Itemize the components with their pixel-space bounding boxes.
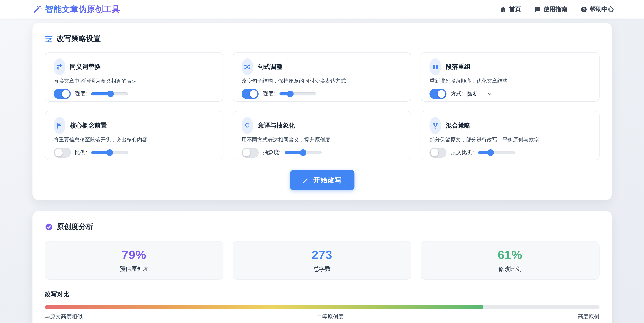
- scale-label-low: 与原文高度相似: [45, 313, 82, 320]
- strategy-card-synonym: 同义词替换 替换文章中的词语为意义相近的表达 强度:: [45, 52, 224, 102]
- rewrite-comparison: 改写对比 与原文高度相似 中等原创度 高度原创: [45, 291, 599, 320]
- svg-text:?: ?: [583, 7, 585, 11]
- nav-item-home[interactable]: 首页: [500, 5, 521, 13]
- strategy-title: 句式调整: [258, 63, 282, 71]
- magic-wand-icon: [33, 5, 42, 14]
- synonym-strength-slider[interactable]: [92, 91, 128, 97]
- strategy-title: 段落重组: [446, 63, 470, 71]
- strategy-title: 同义词替换: [70, 63, 101, 71]
- stat-value: 61%: [498, 248, 522, 262]
- concept-ratio-slider[interactable]: [92, 150, 128, 156]
- strategy-title: 核心概念前置: [70, 121, 107, 130]
- toggle-knob: [62, 90, 70, 98]
- stats-row: 79% 预估原创度 273 总字数 61% 修改比例: [45, 241, 599, 280]
- strategy-title: 混合策略: [446, 121, 470, 130]
- page: 智能文章伪原创工具 首页 使用指南 ? 帮助中心: [0, 0, 644, 323]
- nav-item-label: 帮助中心: [590, 5, 614, 13]
- lightbulb-icon: [242, 117, 253, 134]
- start-rewrite-button[interactable]: 开始改写: [290, 170, 354, 190]
- app-logo: 智能文章伪原创工具: [33, 4, 120, 15]
- sentence-strength-slider[interactable]: [279, 91, 316, 97]
- paraphrase-toggle[interactable]: [242, 148, 258, 158]
- strategy-desc: 部分保留原文，部分进行改写，平衡原创与效率: [430, 136, 590, 143]
- stat-label: 预估原创度: [120, 266, 148, 273]
- sentence-toggle[interactable]: [242, 89, 258, 99]
- strategy-panel-title: 改写策略设置: [45, 34, 599, 44]
- stat-label: 修改比例: [498, 266, 522, 273]
- strategy-desc: 替换文章中的词语为意义相近的表达: [54, 78, 214, 85]
- strategy-grid: 同义词替换 替换文章中的词语为意义相近的表达 强度:: [45, 52, 599, 160]
- analysis-panel-title: 原创度分析: [45, 222, 599, 232]
- start-button-row: 开始改写: [45, 170, 599, 190]
- select-value: 随机: [467, 90, 478, 98]
- check-circle-icon: [45, 223, 53, 231]
- nav-item-guide[interactable]: 使用指南: [534, 5, 568, 13]
- start-button-label: 开始改写: [313, 175, 342, 185]
- strategy-desc: 用不同方式表达相同含义，提升原创度: [242, 136, 402, 143]
- slider-thumb[interactable]: [300, 149, 306, 156]
- nav-item-label: 首页: [509, 5, 521, 13]
- originality-progress-fill: [45, 305, 483, 309]
- grid-icon: [430, 58, 441, 75]
- strategy-card-concept: 核心概念前置 将重要信息移至段落开头，突出核心内容 比例:: [45, 111, 224, 160]
- toggle-knob: [430, 149, 438, 156]
- strategy-card-sentence: 句式调整 改变句子结构，保持原意的同时变换表达方式 强度:: [233, 52, 412, 102]
- abstraction-slider[interactable]: [285, 150, 322, 156]
- stat-originality: 79% 预估原创度: [45, 241, 224, 280]
- scale-labels: 与原文高度相似 中等原创度 高度原创: [45, 313, 599, 320]
- nav-item-label: 使用指南: [544, 5, 568, 13]
- stat-value: 273: [312, 248, 332, 262]
- nav-item-help[interactable]: ? 帮助中心: [580, 5, 614, 13]
- flag-icon: [54, 117, 65, 134]
- slider-thumb[interactable]: [287, 91, 294, 97]
- scale-label-mid: 中等原创度: [316, 313, 344, 320]
- original-ratio-slider[interactable]: [478, 150, 515, 156]
- strategy-settings-panel: 改写策略设置 同义词替换 替换文章中的词语为意义相近的表达: [32, 23, 612, 200]
- main-content: 改写策略设置 同义词替换 替换文章中的词语为意义相近的表达: [32, 18, 612, 323]
- control-label: 原文比例:: [451, 149, 474, 156]
- panel-title-text: 改写策略设置: [57, 34, 101, 44]
- home-icon: [500, 6, 506, 12]
- strategy-desc: 重新排列段落顺序，优化文章结构: [430, 78, 590, 85]
- magic-wand-icon: [302, 176, 310, 184]
- help-icon: ?: [580, 6, 587, 12]
- strategy-title: 意译与抽象化: [258, 121, 295, 130]
- reorder-mode-select[interactable]: 随机: [467, 90, 492, 98]
- sliders-icon: [45, 34, 53, 43]
- control-label: 抽象度:: [263, 149, 281, 156]
- originality-analysis-panel: 原创度分析 79% 预估原创度 273 总字数 61% 修改比例 改写对比: [32, 211, 612, 323]
- app-title: 智能文章伪原创工具: [45, 4, 120, 15]
- book-icon: [534, 6, 541, 12]
- shuffle-icon: [242, 58, 253, 75]
- swap-icon: [54, 58, 65, 75]
- scale-label-high: 高度原创: [578, 313, 599, 320]
- slider-thumb[interactable]: [106, 149, 113, 156]
- toggle-knob: [243, 149, 250, 156]
- control-label: 强度:: [75, 90, 87, 97]
- slider-thumb[interactable]: [107, 91, 114, 97]
- synonym-toggle[interactable]: [54, 89, 70, 99]
- app-header: 智能文章伪原创工具 首页 使用指南 ? 帮助中心: [0, 0, 644, 18]
- toggle-knob: [250, 90, 258, 98]
- strategy-desc: 将重要信息移至段落开头，突出核心内容: [54, 136, 214, 143]
- toggle-knob: [55, 149, 62, 156]
- control-label: 方式:: [451, 90, 463, 97]
- originality-progress-bar: [45, 305, 599, 309]
- stat-word-count: 273 总字数: [233, 241, 412, 280]
- branch-icon: [430, 117, 441, 134]
- paragraph-toggle[interactable]: [430, 89, 446, 99]
- control-label: 强度:: [263, 90, 275, 97]
- stat-label: 总字数: [313, 266, 331, 273]
- main-nav: 首页 使用指南 ? 帮助中心: [500, 5, 614, 13]
- strategy-card-paraphrase: 意译与抽象化 用不同方式表达相同含义，提升原创度 抽象度:: [233, 111, 412, 160]
- strategy-card-paragraph: 段落重组 重新排列段落顺序，优化文章结构 方式: 随机: [420, 52, 599, 102]
- stat-modified-ratio: 61% 修改比例: [420, 241, 599, 280]
- control-label: 比例:: [75, 149, 87, 156]
- hybrid-toggle[interactable]: [430, 148, 446, 158]
- toggle-knob: [438, 90, 445, 98]
- strategy-desc: 改变句子结构，保持原意的同时变换表达方式: [242, 78, 402, 85]
- concept-toggle[interactable]: [54, 148, 70, 158]
- slider-thumb[interactable]: [488, 149, 494, 156]
- stat-value: 79%: [122, 248, 146, 262]
- chevron-down-icon: [487, 91, 492, 97]
